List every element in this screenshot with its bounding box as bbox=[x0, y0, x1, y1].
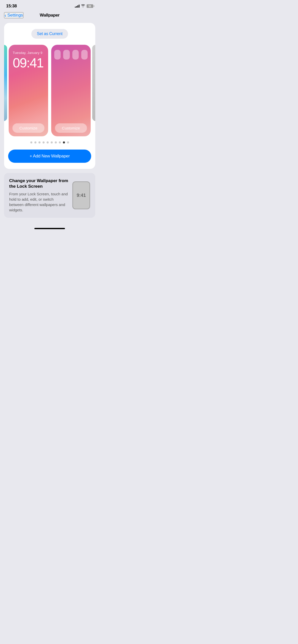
app-icon-1 bbox=[54, 50, 61, 60]
status-time: 15:38 bbox=[6, 4, 17, 9]
page-dot-6 bbox=[51, 141, 53, 143]
page-dot-7 bbox=[55, 141, 57, 143]
homescreen-preview[interactable]: Customize bbox=[51, 45, 91, 136]
homescreen-gradient: Customize bbox=[51, 45, 91, 136]
set-as-current-button[interactable]: Set as Current bbox=[31, 29, 68, 39]
signal-icon bbox=[75, 5, 79, 8]
back-label: Settings bbox=[7, 13, 23, 18]
home-indicator bbox=[0, 225, 99, 233]
phone-mockup: 9:41 bbox=[72, 181, 90, 209]
nav-bar: ‹ Settings Wallpaper bbox=[0, 11, 99, 21]
lockscreen-customize-button[interactable]: Customize bbox=[12, 123, 45, 133]
app-icons-row bbox=[54, 50, 88, 60]
status-icons: 51 bbox=[75, 4, 93, 8]
wallpaper-card: Set as Current Tuesday, January 9 09:41 … bbox=[4, 23, 95, 169]
page-dot-8 bbox=[59, 141, 61, 143]
lockscreen-info: Tuesday, January 9 09:41 bbox=[13, 51, 44, 70]
battery-icon: 51 bbox=[87, 4, 93, 8]
page-dot-3 bbox=[38, 141, 40, 143]
homescreen-customize-button[interactable]: Customize bbox=[55, 123, 87, 133]
page-dot-10 bbox=[67, 141, 69, 143]
chevron-left-icon: ‹ bbox=[5, 13, 6, 18]
page-dot-5 bbox=[47, 141, 49, 143]
page-title: Wallpaper bbox=[40, 13, 60, 18]
app-icon-4 bbox=[81, 50, 88, 60]
wallpaper-peek-right bbox=[92, 45, 95, 121]
add-wallpaper-button[interactable]: + Add New Wallpaper bbox=[8, 150, 91, 163]
wifi-icon bbox=[81, 4, 85, 8]
page-dot-1 bbox=[30, 141, 32, 143]
status-bar: 15:38 51 bbox=[0, 0, 99, 11]
home-bar bbox=[34, 228, 65, 229]
info-card-title: Change your Wallpaper from the Lock Scre… bbox=[9, 178, 68, 189]
info-text-block: Change your Wallpaper from the Lock Scre… bbox=[9, 178, 68, 213]
info-card: Change your Wallpaper from the Lock Scre… bbox=[4, 173, 95, 218]
page-dot-2 bbox=[34, 141, 36, 143]
lockscreen-date: Tuesday, January 9 bbox=[13, 51, 44, 55]
lockscreen-gradient: Tuesday, January 9 09:41 Customize bbox=[9, 45, 48, 136]
app-icon-3 bbox=[72, 50, 79, 60]
page-dot-4 bbox=[43, 141, 45, 143]
lockscreen-preview[interactable]: Tuesday, January 9 09:41 Customize bbox=[9, 45, 48, 136]
wallpaper-peek-left bbox=[4, 45, 7, 121]
page-dots bbox=[8, 141, 91, 143]
app-icon-2 bbox=[63, 50, 70, 60]
info-card-description: From your Lock Screen, touch and hold to… bbox=[9, 191, 68, 213]
back-button[interactable]: ‹ Settings bbox=[4, 12, 23, 18]
lockscreen-time: 09:41 bbox=[13, 55, 44, 70]
mockup-time: 9:41 bbox=[77, 193, 86, 198]
page-dot-9 bbox=[63, 141, 65, 143]
